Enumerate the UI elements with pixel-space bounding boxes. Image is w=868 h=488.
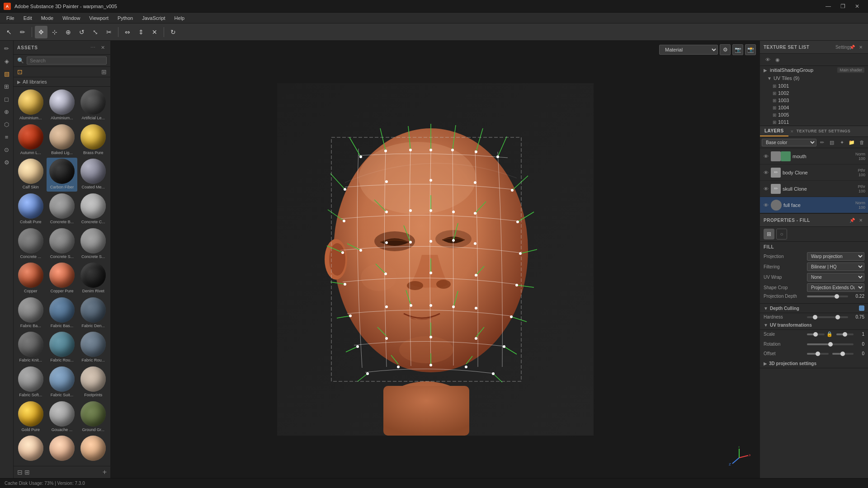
material-item-calf-skin[interactable]: Calf Skin: [15, 158, 46, 192]
layer-mouth[interactable]: 👁 mouth Norm 100: [760, 148, 868, 164]
search-input[interactable]: [27, 56, 107, 65]
material-item-cobalt-pure[interactable]: Cobalt Pure: [15, 192, 46, 226]
material-item-ground-gr[interactable]: Ground Gr...: [78, 400, 108, 434]
material-item-coated-me[interactable]: Coated Me...: [78, 158, 108, 192]
ts-eye-icon[interactable]: 👁: [764, 56, 772, 64]
prop-tab-material[interactable]: ○: [776, 229, 787, 239]
tool-transform[interactable]: ⊹: [48, 26, 61, 38]
icon-panel-erase[interactable]: ◻: [1, 93, 13, 105]
layer-add-fill-btn[interactable]: ▧: [827, 138, 836, 147]
material-item-fabric-knit[interactable]: Fabric Knit...: [15, 331, 46, 365]
material-item-aluminium-gold[interactable]: Aluminium...: [15, 89, 46, 122]
rotation-slider[interactable]: [807, 343, 854, 345]
layer-delete-btn[interactable]: 🗑: [857, 138, 866, 147]
tool-move[interactable]: ✥: [35, 26, 47, 38]
properties-pin-btn[interactable]: 📌: [849, 216, 856, 224]
material-item-denim-rivet[interactable]: Denim Rivet: [78, 262, 108, 296]
grid-view-icon[interactable]: ⊞: [101, 68, 107, 75]
menu-viewport[interactable]: Viewport: [85, 13, 113, 23]
layer-add-folder-btn[interactable]: 📁: [847, 138, 856, 147]
footer-list-icon[interactable]: ⊟: [17, 469, 23, 476]
tool-flip-h[interactable]: ⇔: [121, 26, 134, 38]
icon-panel-paint[interactable]: ✏: [1, 42, 13, 54]
add-material-button[interactable]: +: [103, 468, 107, 476]
shape-crop-select[interactable]: Projection Extends Outside Shape: [807, 283, 864, 292]
filtering-select[interactable]: Bilinear | HQ: [807, 263, 864, 271]
material-item-fabric-rou1[interactable]: Fabric Rou...: [47, 331, 77, 365]
tool-flip-v[interactable]: ⇕: [135, 26, 147, 38]
material-item-fabric-soft[interactable]: Fabric Soft...: [15, 366, 46, 399]
uv-tile-1011[interactable]: ⊞ 1011: [760, 118, 868, 126]
icon-panel-settings[interactable]: ⚙: [1, 156, 13, 168]
layer-mouth-visibility[interactable]: 👁: [763, 153, 769, 160]
depth-culling-checkbox[interactable]: [859, 305, 864, 311]
library-header[interactable]: ▶ All libraries: [14, 77, 110, 87]
icon-panel-smudge[interactable]: ◈: [1, 55, 13, 67]
layers-tab-close[interactable]: ✕: [790, 129, 794, 134]
uv-tile-1003[interactable]: ⊞ 1003: [760, 97, 868, 104]
material-item-fabric-rou2[interactable]: Fabric Rou...: [78, 331, 108, 365]
tab-layers[interactable]: LAYERS: [760, 126, 788, 136]
layer-add-paint-btn[interactable]: ✏: [817, 138, 826, 147]
hardness-slider[interactable]: [807, 316, 848, 318]
filter-icon[interactable]: ⊡: [17, 68, 23, 75]
layer-skull-clone[interactable]: 👁 ✏ skull Clone Pthr 100: [760, 181, 868, 197]
icon-panel-layers[interactable]: ≡: [1, 131, 13, 143]
tool-refresh[interactable]: ↻: [167, 26, 179, 38]
3d-projection-settings-header[interactable]: ▶ 3D projection settings: [760, 359, 868, 368]
menu-edit[interactable]: Edit: [19, 13, 37, 23]
material-item-brass-pure[interactable]: Brass Pure: [78, 123, 108, 157]
material-item-fabric-den[interactable]: Fabric Den...: [78, 296, 108, 330]
uv-tile-1004[interactable]: ⊞ 1004: [760, 104, 868, 111]
layer-body-visibility[interactable]: 👁: [763, 169, 769, 176]
material-item-concrete-s2[interactable]: Concrete S...: [78, 227, 108, 261]
tool-add[interactable]: ⊕: [62, 26, 75, 38]
tool-delete[interactable]: ✂: [103, 26, 115, 38]
uv-tile-1002[interactable]: ⊞ 1002: [760, 89, 868, 97]
material-item-baked-lig[interactable]: Baked Lig...: [47, 123, 77, 157]
layer-skull-visibility[interactable]: 👁: [763, 186, 769, 192]
material-item-concrete-s1[interactable]: Concrete S...: [47, 227, 77, 261]
material-item-fabric-bas[interactable]: Fabric Bas...: [47, 296, 77, 330]
hardness-thumb-left[interactable]: [813, 315, 817, 319]
offset-slider-y[interactable]: [832, 353, 854, 355]
material-item-carbon-fiber[interactable]: Carbon Fiber: [47, 158, 77, 192]
channel-select[interactable]: Base color: [762, 139, 816, 146]
material-item-copper-pure[interactable]: Copper Pure: [47, 262, 77, 296]
material-select[interactable]: Material: [659, 45, 718, 55]
material-item-gold-pure[interactable]: Gold Pure: [15, 400, 46, 434]
assets-close-btn[interactable]: ✕: [99, 43, 107, 52]
layer-add-effect-btn[interactable]: ✦: [837, 138, 846, 147]
uv-tile-1001[interactable]: ⊞ 1001: [760, 82, 868, 89]
layer-body-clone[interactable]: 👁 ✏ body Clone Pthr 100: [760, 164, 868, 181]
material-item-copper[interactable]: Copper: [15, 262, 46, 296]
icon-panel-blur[interactable]: ⊕: [1, 106, 13, 117]
uv-tile-1005[interactable]: ⊞ 1005: [760, 111, 868, 118]
icon-panel-camera[interactable]: ⊙: [1, 144, 13, 155]
menu-javascript[interactable]: JavaScript: [137, 13, 170, 23]
maximize-button[interactable]: ❐: [835, 0, 850, 13]
material-item-skin1[interactable]: [15, 435, 46, 464]
texture-set-pin-btn[interactable]: 📌: [849, 43, 856, 51]
uv-tiles-header[interactable]: ▼ UV Tiles (9): [760, 74, 868, 82]
assets-options-btn[interactable]: ⋯: [89, 43, 97, 52]
tool-scale[interactable]: ⤡: [89, 26, 102, 38]
layer-full-face[interactable]: 👁 full face Norm 100: [760, 197, 868, 213]
material-item-skin2[interactable]: [47, 435, 77, 464]
viewport-settings-btn[interactable]: ⚙: [720, 44, 731, 55]
viewport[interactable]: Material ⚙ 📷 📸: [111, 41, 760, 478]
menu-file[interactable]: File: [2, 13, 19, 23]
close-button[interactable]: ✕: [850, 0, 864, 13]
menu-python[interactable]: Python: [113, 13, 137, 23]
tool-reset[interactable]: ✕: [148, 26, 161, 38]
hardness-thumb-right[interactable]: [835, 315, 840, 319]
icon-panel-clone[interactable]: ⊞: [1, 80, 13, 92]
tool-select[interactable]: ↖: [3, 26, 15, 38]
material-item-concrete-c[interactable]: Concrete C...: [78, 192, 108, 226]
properties-close-btn[interactable]: ✕: [857, 216, 864, 224]
footer-grid-icon[interactable]: ⊞: [24, 469, 30, 476]
depth-culling-header[interactable]: ▼ Depth Culling: [760, 304, 868, 313]
material-item-autumn-leaves[interactable]: Autumn L...: [15, 123, 46, 157]
material-item-aluminium-silver[interactable]: Aluminium...: [47, 89, 77, 122]
offset-slider-x[interactable]: [807, 353, 829, 355]
